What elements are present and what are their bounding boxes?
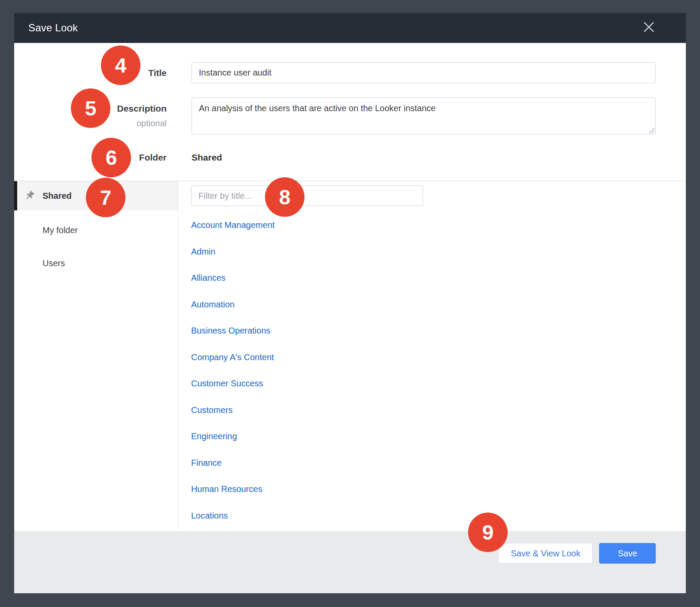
folder-link[interactable]: Customer Success [191,379,263,388]
sidebar-item-shared[interactable]: Shared [14,181,178,210]
description-label: Description [14,103,167,114]
folder-link[interactable]: Account Management [191,220,275,230]
folder-list-item: Human Resources [191,476,686,503]
sidebar-item-label: My folder [43,225,78,235]
folder-label: Folder [139,152,167,162]
save-button[interactable]: Save [599,543,656,564]
selected-folder-value: Shared [192,151,222,164]
folder-link[interactable]: Company A's Content [191,352,274,362]
close-icon [642,20,656,36]
folder-browser: Shared My folder Users Account Managemen… [14,181,686,531]
folder-link[interactable]: Admin [191,247,216,257]
folder-link[interactable]: Finance [191,458,222,468]
folder-list-item: Locations [191,503,686,529]
folder-link[interactable]: Business Operations [191,326,271,336]
title-label-col: Title [14,62,167,83]
folder-link[interactable]: Automation [191,300,234,310]
folder-list-item: Automation [191,291,686,318]
sidebar-item-my-folder[interactable]: My folder [14,214,178,247]
filter-by-title-input[interactable] [191,185,423,206]
folder-list-item: Account Management [191,212,686,239]
folder-link[interactable]: Alliances [191,273,225,283]
dialog-footer: Save & View Look Save [14,531,686,593]
folder-list-item: Admin [191,239,686,265]
folder-link[interactable]: Locations [191,511,228,521]
folder-sidebar: Shared My folder Users [14,181,178,531]
save-look-form: Title Description optional An analysis o… [14,43,686,181]
save-look-dialog: Save Look Title Description optional An … [14,13,686,593]
close-button[interactable] [641,20,657,36]
folder-list-item: Company A's Content [191,344,686,371]
save-and-view-look-button[interactable]: Save & View Look [498,543,593,564]
description-input[interactable]: An analysis of the users that are active… [192,97,656,134]
folder-link[interactable]: Human Resources [191,484,262,494]
description-field-wrap: An analysis of the users that are active… [192,97,656,134]
sidebar-item-label: Shared [43,191,72,201]
folder-list-item: Customer Success [191,370,686,397]
folder-list-item: Finance [191,450,686,476]
dialog-title: Save Look [28,22,78,34]
folder-link[interactable]: Customers [191,405,233,415]
sidebar-item-label: Users [43,258,65,268]
folder-label-col: Folder [14,151,167,164]
description-label-col: Description optional [14,103,167,129]
description-optional-hint: optional [14,118,167,129]
folder-list-item: Alliances [191,265,686,291]
folder-list-item: Engineering [191,423,686,450]
folder-link[interactable]: Engineering [191,431,237,441]
title-label: Title [148,68,167,78]
folder-list-panel: Account Management Admin Alliances Autom… [178,181,686,531]
dialog-header: Save Look [14,13,686,43]
folder-list-item: Business Operations [191,318,686,344]
folder-list: Account Management Admin Alliances Autom… [191,212,686,529]
pin-icon [24,190,35,201]
sidebar-item-users[interactable]: Users [14,247,178,280]
title-input[interactable] [192,62,656,83]
folder-list-item: Customers [191,397,686,424]
